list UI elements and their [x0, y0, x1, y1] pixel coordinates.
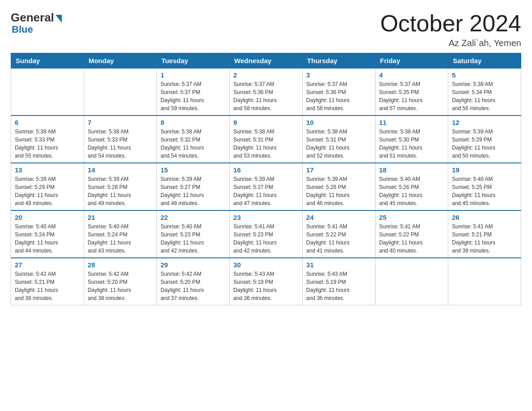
table-row: 10Sunrise: 5:38 AMSunset: 5:31 PMDayligh… — [302, 116, 375, 163]
table-row: 26Sunrise: 5:41 AMSunset: 5:21 PMDayligh… — [448, 210, 521, 258]
table-row — [84, 68, 157, 116]
day-number: 14 — [88, 166, 153, 174]
day-number: 22 — [160, 214, 226, 221]
day-info: Sunrise: 5:39 AMSunset: 5:29 PMDaylight:… — [452, 128, 517, 160]
day-info: Sunrise: 5:40 AMSunset: 5:24 PMDaylight:… — [15, 223, 80, 255]
day-info: Sunrise: 5:38 AMSunset: 5:32 PMDaylight:… — [160, 128, 226, 160]
table-row: 15Sunrise: 5:39 AMSunset: 5:27 PMDayligh… — [157, 163, 230, 210]
table-row: 8Sunrise: 5:38 AMSunset: 5:32 PMDaylight… — [157, 116, 230, 163]
table-row: 12Sunrise: 5:39 AMSunset: 5:29 PMDayligh… — [448, 116, 521, 163]
table-row: 20Sunrise: 5:40 AMSunset: 5:24 PMDayligh… — [11, 210, 84, 258]
day-number: 6 — [15, 119, 80, 126]
day-info: Sunrise: 5:40 AMSunset: 5:26 PMDaylight:… — [379, 175, 445, 207]
day-number: 21 — [88, 214, 153, 221]
day-info: Sunrise: 5:43 AMSunset: 5:19 PMDaylight:… — [233, 270, 299, 302]
day-info: Sunrise: 5:38 AMSunset: 5:33 PMDaylight:… — [88, 128, 153, 160]
table-row: 1Sunrise: 5:37 AMSunset: 5:37 PMDaylight… — [157, 68, 230, 116]
calendar-week-row: 20Sunrise: 5:40 AMSunset: 5:24 PMDayligh… — [11, 210, 521, 258]
day-info: Sunrise: 5:37 AMSunset: 5:36 PMDaylight:… — [306, 80, 372, 112]
day-info: Sunrise: 5:38 AMSunset: 5:30 PMDaylight:… — [379, 128, 445, 160]
day-info: Sunrise: 5:38 AMSunset: 5:31 PMDaylight:… — [233, 128, 299, 160]
col-sunday: Sunday — [11, 53, 84, 68]
day-number: 5 — [452, 71, 517, 79]
day-number: 3 — [306, 71, 372, 79]
day-info: Sunrise: 5:41 AMSunset: 5:22 PMDaylight:… — [306, 223, 372, 255]
table-row: 28Sunrise: 5:42 AMSunset: 5:20 PMDayligh… — [84, 258, 157, 305]
day-number: 17 — [306, 166, 372, 174]
day-number: 26 — [452, 214, 517, 221]
day-info: Sunrise: 5:38 AMSunset: 5:31 PMDaylight:… — [306, 128, 372, 160]
day-info: Sunrise: 5:37 AMSunset: 5:37 PMDaylight:… — [160, 80, 226, 112]
logo-general-text: General — [11, 11, 54, 25]
col-tuesday: Tuesday — [157, 53, 230, 68]
table-row: 13Sunrise: 5:39 AMSunset: 5:29 PMDayligh… — [11, 163, 84, 210]
table-row: 9Sunrise: 5:38 AMSunset: 5:31 PMDaylight… — [230, 116, 303, 163]
table-row: 25Sunrise: 5:41 AMSunset: 5:22 PMDayligh… — [375, 210, 448, 258]
table-row: 6Sunrise: 5:38 AMSunset: 5:33 PMDaylight… — [11, 116, 84, 163]
table-row: 29Sunrise: 5:42 AMSunset: 5:20 PMDayligh… — [157, 258, 230, 305]
logo: General Blue — [11, 11, 62, 35]
day-info: Sunrise: 5:39 AMSunset: 5:27 PMDaylight:… — [160, 175, 226, 207]
day-number: 7 — [88, 119, 153, 126]
day-number: 28 — [88, 261, 153, 269]
calendar-header-row: Sunday Monday Tuesday Wednesday Thursday… — [11, 53, 521, 68]
day-number: 18 — [379, 166, 445, 174]
day-info: Sunrise: 5:38 AMSunset: 5:33 PMDaylight:… — [15, 128, 80, 160]
table-row: 16Sunrise: 5:39 AMSunset: 5:27 PMDayligh… — [230, 163, 303, 210]
table-row: 19Sunrise: 5:40 AMSunset: 5:25 PMDayligh… — [448, 163, 521, 210]
logo-arrow-icon — [56, 15, 62, 23]
col-thursday: Thursday — [302, 53, 375, 68]
day-info: Sunrise: 5:39 AMSunset: 5:28 PMDaylight:… — [88, 175, 153, 207]
day-info: Sunrise: 5:42 AMSunset: 5:20 PMDaylight:… — [88, 270, 153, 302]
day-info: Sunrise: 5:40 AMSunset: 5:23 PMDaylight:… — [160, 223, 226, 255]
day-info: Sunrise: 5:37 AMSunset: 5:36 PMDaylight:… — [233, 80, 299, 112]
logo-blue-text: Blue — [12, 24, 33, 35]
day-info: Sunrise: 5:39 AMSunset: 5:29 PMDaylight:… — [15, 175, 80, 207]
day-info: Sunrise: 5:43 AMSunset: 5:19 PMDaylight:… — [306, 270, 372, 302]
day-info: Sunrise: 5:41 AMSunset: 5:23 PMDaylight:… — [233, 223, 299, 255]
day-number: 13 — [15, 166, 80, 174]
day-number: 11 — [379, 119, 445, 126]
table-row: 23Sunrise: 5:41 AMSunset: 5:23 PMDayligh… — [230, 210, 303, 258]
table-row: 3Sunrise: 5:37 AMSunset: 5:36 PMDaylight… — [302, 68, 375, 116]
day-info: Sunrise: 5:41 AMSunset: 5:21 PMDaylight:… — [452, 223, 517, 255]
location-subtitle: Az Zali`ah, Yemen — [380, 38, 521, 48]
day-number: 12 — [452, 119, 517, 126]
page-header: General Blue October 2024 Az Zali`ah, Ye… — [11, 11, 521, 48]
table-row: 18Sunrise: 5:40 AMSunset: 5:26 PMDayligh… — [375, 163, 448, 210]
col-monday: Monday — [84, 53, 157, 68]
day-info: Sunrise: 5:39 AMSunset: 5:27 PMDaylight:… — [233, 175, 299, 207]
day-number: 29 — [160, 261, 226, 269]
day-number: 19 — [452, 166, 517, 174]
day-number: 31 — [306, 261, 372, 269]
day-info: Sunrise: 5:38 AMSunset: 5:34 PMDaylight:… — [452, 80, 517, 112]
table-row: 2Sunrise: 5:37 AMSunset: 5:36 PMDaylight… — [230, 68, 303, 116]
day-info: Sunrise: 5:42 AMSunset: 5:20 PMDaylight:… — [160, 270, 226, 302]
table-row — [11, 68, 84, 116]
day-number: 16 — [233, 166, 299, 174]
table-row: 24Sunrise: 5:41 AMSunset: 5:22 PMDayligh… — [302, 210, 375, 258]
day-number: 10 — [306, 119, 372, 126]
table-row: 11Sunrise: 5:38 AMSunset: 5:30 PMDayligh… — [375, 116, 448, 163]
table-row: 21Sunrise: 5:40 AMSunset: 5:24 PMDayligh… — [84, 210, 157, 258]
calendar-week-row: 13Sunrise: 5:39 AMSunset: 5:29 PMDayligh… — [11, 163, 521, 210]
day-number: 9 — [233, 119, 299, 126]
day-number: 2 — [233, 71, 299, 79]
table-row: 7Sunrise: 5:38 AMSunset: 5:33 PMDaylight… — [84, 116, 157, 163]
calendar-week-row: 1Sunrise: 5:37 AMSunset: 5:37 PMDaylight… — [11, 68, 521, 116]
calendar-week-row: 6Sunrise: 5:38 AMSunset: 5:33 PMDaylight… — [11, 116, 521, 163]
day-info: Sunrise: 5:40 AMSunset: 5:25 PMDaylight:… — [452, 175, 517, 207]
table-row: 4Sunrise: 5:37 AMSunset: 5:35 PMDaylight… — [375, 68, 448, 116]
calendar-week-row: 27Sunrise: 5:42 AMSunset: 5:21 PMDayligh… — [11, 258, 521, 305]
calendar-table: Sunday Monday Tuesday Wednesday Thursday… — [11, 53, 521, 305]
day-number: 27 — [15, 261, 80, 269]
col-wednesday: Wednesday — [230, 53, 303, 68]
day-info: Sunrise: 5:42 AMSunset: 5:21 PMDaylight:… — [15, 270, 80, 302]
table-row — [448, 258, 521, 305]
col-friday: Friday — [375, 53, 448, 68]
table-row — [375, 258, 448, 305]
table-row: 17Sunrise: 5:39 AMSunset: 5:26 PMDayligh… — [302, 163, 375, 210]
day-number: 23 — [233, 214, 299, 221]
day-number: 24 — [306, 214, 372, 221]
table-row: 22Sunrise: 5:40 AMSunset: 5:23 PMDayligh… — [157, 210, 230, 258]
